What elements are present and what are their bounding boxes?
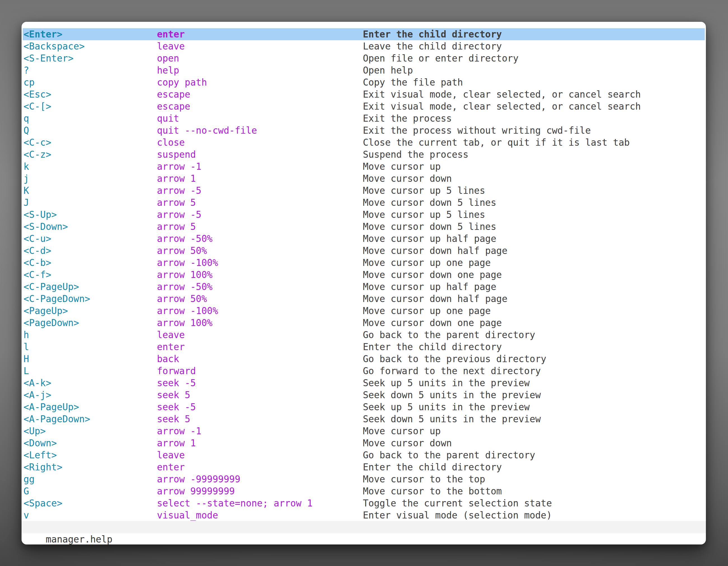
description-cell: Move cursor up 5 lines	[363, 209, 485, 221]
keybind-row[interactable]: <Down> arrow 1 Move cursor down	[23, 437, 705, 449]
description-cell: Move cursor down	[363, 173, 452, 185]
key-cell: <A-k>	[24, 377, 51, 389]
description-cell: Enter the child directory	[363, 28, 502, 40]
description-cell: Seek down 5 units in the preview	[363, 389, 541, 401]
key-cell: Q	[24, 125, 29, 137]
keybind-row[interactable]: <C-PageDown> arrow 50% Move cursor down …	[23, 293, 705, 305]
keybind-row[interactable]: <PageDown> arrow 100% Move cursor down o…	[23, 317, 705, 329]
keybind-row[interactable]: <C-b> arrow -100% Move cursor up one pag…	[23, 257, 705, 269]
command-cell: arrow 100%	[157, 317, 213, 329]
keybind-row[interactable]: cp copy path Copy the file path	[23, 76, 705, 88]
description-cell: Open help	[363, 64, 413, 76]
command-cell: arrow 1	[157, 437, 196, 449]
keybind-row[interactable]: gg arrow -99999999 Move cursor to the to…	[23, 473, 705, 485]
status-layer-label: manager.help	[46, 534, 112, 544]
description-cell: Exit visual mode, clear selected, or can…	[363, 88, 641, 100]
keybind-row[interactable]: l enter Enter the child directory	[23, 341, 705, 353]
keybind-row[interactable]: <Esc> escape Exit visual mode, clear sel…	[23, 88, 705, 100]
description-cell: Move cursor to the top	[363, 473, 485, 485]
keybind-row[interactable]: j arrow 1 Move cursor down	[23, 173, 705, 185]
keybind-row[interactable]: <S-Enter> open Open file or enter direct…	[23, 52, 705, 64]
key-cell: K	[24, 185, 29, 197]
keybind-row[interactable]: v visual_mode Enter visual mode (selecti…	[23, 509, 705, 521]
command-cell: select --state=none; arrow 1	[157, 497, 313, 509]
keybind-row[interactable]: <C-[> escape Exit visual mode, clear sel…	[23, 100, 705, 112]
command-cell: arrow -50%	[157, 281, 213, 293]
keybind-row[interactable]: <A-PageDown> seek 5 Seek down 5 units in…	[23, 413, 705, 425]
key-cell: <Up>	[24, 425, 46, 437]
description-cell: Move cursor up half page	[363, 233, 496, 245]
key-cell: <Down>	[24, 437, 57, 449]
keybind-row[interactable]: K arrow -5 Move cursor up 5 lines	[23, 185, 705, 197]
keybind-row[interactable]: <Space> select --state=none; arrow 1 Tog…	[23, 497, 705, 509]
keybind-row[interactable]: h leave Go back to the parent directory	[23, 329, 705, 341]
keybind-row[interactable]: <Backspace> leave Leave the child direct…	[23, 40, 705, 52]
command-cell: seek -5	[157, 377, 196, 389]
command-cell: seek 5	[157, 389, 190, 401]
key-cell: <Left>	[24, 449, 57, 461]
description-cell: Exit visual mode, clear selected, or can…	[363, 100, 641, 112]
key-cell: <A-PageUp>	[24, 401, 79, 413]
keybind-row[interactable]: k arrow -1 Move cursor up	[23, 161, 705, 173]
keybind-row[interactable]: L forward Go forward to the next directo…	[23, 365, 705, 377]
keybind-row[interactable]: <C-PageUp> arrow -50% Move cursor up hal…	[23, 281, 705, 293]
description-cell: Leave the child directory	[363, 40, 502, 52]
keybind-row[interactable]: q quit Exit the process	[23, 112, 705, 125]
keybind-row[interactable]: <A-j> seek 5 Seek down 5 units in the pr…	[23, 389, 705, 401]
key-cell: ?	[24, 64, 29, 76]
keybind-row[interactable]: <C-u> arrow -50% Move cursor up half pag…	[23, 233, 705, 245]
key-cell: l	[24, 341, 29, 353]
command-cell: quit	[157, 112, 179, 125]
keybinding-list: <Enter> enter Enter the child directory …	[23, 28, 705, 521]
description-cell: Move cursor down 5 lines	[363, 197, 496, 209]
key-cell: <PageDown>	[24, 317, 79, 329]
keybind-row[interactable]: <Up> arrow -1 Move cursor up	[23, 425, 705, 437]
keybind-row[interactable]: H back Go back to the previous directory	[23, 353, 705, 365]
description-cell: Suspend the process	[363, 149, 469, 161]
description-cell: Move cursor up	[363, 425, 441, 437]
description-cell: Copy the file path	[363, 76, 463, 88]
keybind-row[interactable]: <PageUp> arrow -100% Move cursor up one …	[23, 305, 705, 317]
key-cell: <C-z>	[24, 149, 51, 161]
command-cell: enter	[157, 28, 185, 40]
key-cell: <Space>	[24, 497, 62, 509]
key-cell: <S-Up>	[24, 209, 57, 221]
key-cell: L	[24, 365, 29, 377]
keybind-row[interactable]: <C-z> suspend Suspend the process	[23, 149, 705, 161]
command-cell: arrow -50%	[157, 233, 213, 245]
key-cell: <Esc>	[24, 88, 51, 100]
key-cell: v	[24, 509, 29, 521]
description-cell: Move cursor down 5 lines	[363, 221, 496, 233]
key-cell: gg	[24, 473, 35, 485]
key-cell: <C-[>	[24, 100, 51, 112]
keybind-row[interactable]: <C-c> close Close the current tab, or qu…	[23, 137, 705, 149]
keybind-row[interactable]: Q quit --no-cwd-file Exit the process wi…	[23, 125, 705, 137]
keybind-row[interactable]: ? help Open help	[23, 64, 705, 76]
keybind-row[interactable]: <S-Up> arrow -5 Move cursor up 5 lines	[23, 209, 705, 221]
command-cell: copy path	[157, 76, 207, 88]
key-cell: <A-j>	[24, 389, 51, 401]
keybind-row[interactable]: J arrow 5 Move cursor down 5 lines	[23, 197, 705, 209]
command-cell: visual_mode	[157, 509, 218, 521]
keybind-row[interactable]: <A-PageUp> seek -5 Seek up 5 units in th…	[23, 401, 705, 413]
key-cell: <C-d>	[24, 245, 51, 257]
keybind-row[interactable]: G arrow 99999999 Move cursor to the bott…	[23, 485, 705, 497]
keybind-row[interactable]: <C-d> arrow 50% Move cursor down half pa…	[23, 245, 705, 257]
key-cell: <C-c>	[24, 137, 51, 149]
description-cell: Toggle the current selection state	[363, 497, 552, 509]
command-cell: open	[157, 52, 179, 64]
key-cell: <A-PageDown>	[24, 413, 90, 425]
keybind-row[interactable]: <C-f> arrow 100% Move cursor down one pa…	[23, 269, 705, 281]
command-cell: arrow -100%	[157, 305, 218, 317]
keybind-row[interactable]: <Right> enter Enter the child directory	[23, 461, 705, 473]
key-cell: j	[24, 173, 29, 185]
keybind-row[interactable]: <Left> leave Go back to the parent direc…	[23, 449, 705, 461]
key-cell: <C-PageDown>	[24, 293, 90, 305]
key-cell: <S-Down>	[24, 221, 68, 233]
keybind-row[interactable]: <A-k> seek -5 Seek up 5 units in the pre…	[23, 377, 705, 389]
command-cell: escape	[157, 88, 190, 100]
command-cell: seek -5	[157, 401, 196, 413]
keybind-row[interactable]: <S-Down> arrow 5 Move cursor down 5 line…	[23, 221, 705, 233]
keybind-row[interactable]: <Enter> enter Enter the child directory	[23, 28, 705, 40]
command-cell: leave	[157, 40, 185, 52]
